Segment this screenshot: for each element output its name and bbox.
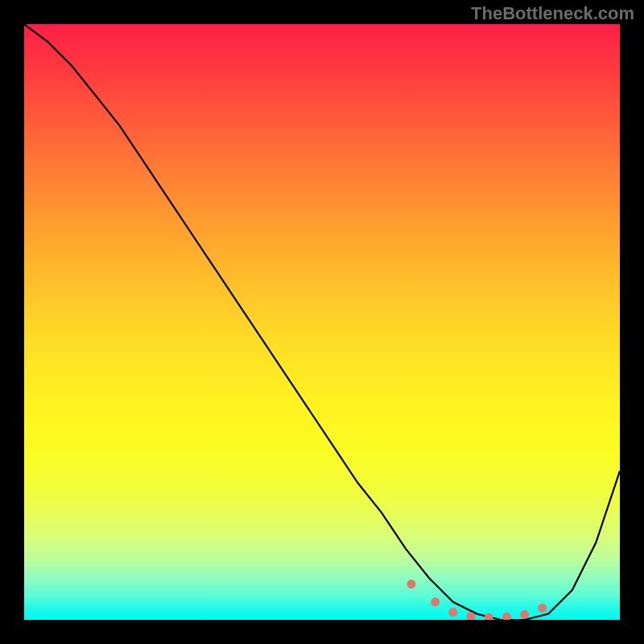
- chart-plot-area: [24, 24, 620, 620]
- highlight-dot: [502, 613, 511, 620]
- bottleneck-curve: [24, 24, 620, 620]
- watermark-text: TheBottleneck.com: [471, 3, 634, 24]
- chart-svg: [24, 24, 620, 620]
- highlight-dot: [448, 608, 457, 617]
- highlight-dot: [538, 604, 547, 613]
- highlight-dot: [407, 580, 416, 588]
- highlight-dot: [520, 610, 529, 619]
- highlight-dot: [485, 613, 493, 620]
- highlight-dot: [431, 597, 440, 606]
